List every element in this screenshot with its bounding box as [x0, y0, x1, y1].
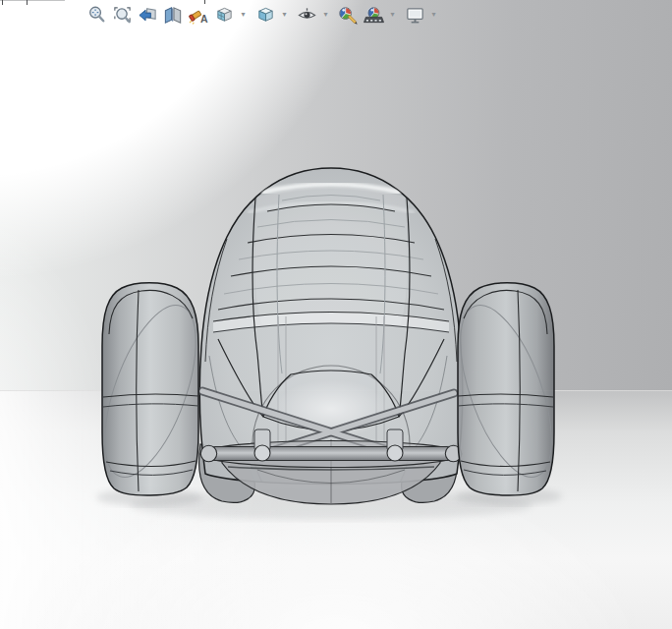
apply-scene-button[interactable] — [362, 3, 386, 28]
car-front-fender-left — [86, 283, 215, 495]
zoom-to-fit-button[interactable] — [84, 3, 109, 28]
eye-icon — [297, 5, 317, 26]
display-style-button[interactable] — [253, 3, 278, 28]
zoom-to-area-button[interactable] — [110, 3, 135, 28]
orientation-cube-icon — [214, 5, 235, 26]
dynamic-annotation-views-button[interactable]: A — [187, 3, 211, 28]
monitor-icon — [405, 5, 425, 26]
hide-show-items-dropdown[interactable]: ▾ — [320, 3, 331, 28]
previous-view-button[interactable] — [136, 3, 160, 28]
previous-view-icon — [138, 5, 158, 26]
toolbar-gap — [399, 15, 402, 16]
annotation-torch-icon: A — [189, 5, 209, 26]
view-settings-dropdown[interactable]: ▾ — [428, 3, 439, 28]
display-style-dropdown[interactable]: ▾ — [279, 3, 290, 28]
zoom-area-icon — [112, 5, 133, 26]
model-toy-car[interactable] — [0, 0, 672, 629]
cad-viewport-window: A ▾ ▾ — [0, 0, 672, 629]
view-orientation-dropdown[interactable]: ▾ — [238, 3, 249, 28]
appearance-ball-pencil-icon — [338, 5, 359, 26]
heads-up-view-toolbar: A ▾ ▾ — [84, 2, 439, 28]
scene-ball-filmstrip-icon — [364, 5, 384, 26]
svg-text:A: A — [200, 13, 208, 25]
toolbar-gap — [332, 15, 335, 16]
apply-scene-dropdown[interactable]: ▾ — [387, 3, 398, 28]
view-settings-button[interactable] — [403, 3, 427, 28]
view-orientation-button[interactable] — [212, 3, 237, 28]
zoom-fit-icon — [86, 5, 107, 26]
toolbar-gap — [250, 15, 252, 16]
toolbar-gap — [291, 15, 294, 16]
hide-show-items-button[interactable] — [295, 3, 319, 28]
section-view-button[interactable] — [161, 3, 186, 28]
edit-appearance-button[interactable] — [336, 3, 361, 28]
car-front-fender-right — [442, 283, 571, 495]
section-view-icon — [163, 5, 184, 26]
shaded-cube-icon — [255, 5, 276, 26]
